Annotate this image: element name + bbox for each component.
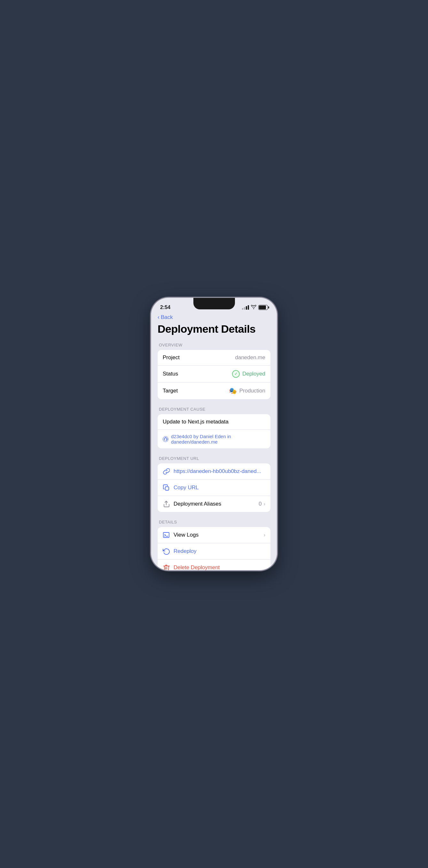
aliases-label: Deployment Aliases xyxy=(174,501,221,507)
details-card: View Logs › Redeploy xyxy=(158,527,270,570)
back-label: Back xyxy=(161,314,173,320)
phone-frame: 2:54 xyxy=(151,298,277,570)
page-title: Deployment Details xyxy=(158,323,270,335)
commit-text: d23e4dc0 by Daniel Eden in daneden/daned… xyxy=(171,434,265,444)
status-bar: 2:54 xyxy=(151,298,277,314)
status-label: Status xyxy=(163,371,178,377)
details-section: DETAILS View Logs › xyxy=(158,520,270,570)
project-label: Project xyxy=(163,354,180,361)
project-value: daneden.me xyxy=(235,354,265,361)
wifi-icon xyxy=(251,305,256,310)
cause-card: Update to Next.js metadata d23e4dc0 by D… xyxy=(158,414,270,448)
copy-url-row[interactable]: Copy URL xyxy=(158,480,270,496)
delete-row[interactable]: Delete Deployment xyxy=(158,560,270,570)
battery-icon xyxy=(258,305,268,310)
deployment-cause-section: DEPLOYMENT CAUSE Update to Next.js metad… xyxy=(158,407,270,448)
deployment-url-section: DEPLOYMENT URL https://daneden-hb00ub0bz… xyxy=(158,456,270,512)
view-logs-row[interactable]: View Logs › xyxy=(158,527,270,543)
redeploy-label: Redeploy xyxy=(174,548,265,555)
view-logs-label: View Logs xyxy=(174,532,260,538)
share-icon xyxy=(163,500,170,507)
commit-row[interactable]: d23e4dc0 by Daniel Eden in daneden/daned… xyxy=(158,430,270,448)
delete-label: Delete Deployment xyxy=(174,564,265,570)
overview-card: Project daneden.me Status ✓ Deployed xyxy=(158,350,270,399)
deployed-text: Deployed xyxy=(242,371,265,377)
aliases-chevron-icon: › xyxy=(264,501,265,507)
checkmark-icon: ✓ xyxy=(234,372,238,376)
back-chevron-icon: ‹ xyxy=(158,314,159,320)
screen: 2:54 xyxy=(151,298,277,570)
signal-icon xyxy=(242,305,249,310)
terminal-icon xyxy=(163,531,170,538)
target-text: Production xyxy=(239,388,265,394)
view-logs-chevron-icon: › xyxy=(264,532,265,538)
details-label: DETAILS xyxy=(158,520,270,524)
refresh-icon xyxy=(163,548,170,555)
github-icon xyxy=(163,436,169,442)
status-icons xyxy=(242,305,268,310)
trash-icon xyxy=(163,564,170,570)
overview-label: OVERVIEW xyxy=(158,343,270,347)
status-value: ✓ Deployed xyxy=(232,370,265,378)
target-row: Target 🎭 Production xyxy=(158,382,270,399)
svg-rect-3 xyxy=(163,532,169,537)
url-card: https://daneden-hb00ub0bz-daned... Copy … xyxy=(158,463,270,512)
redeploy-row[interactable]: Redeploy xyxy=(158,543,270,560)
aliases-row[interactable]: Deployment Aliases 0 › xyxy=(158,496,270,512)
project-row: Project daneden.me xyxy=(158,350,270,366)
aliases-right: 0 › xyxy=(258,501,265,507)
content-area: ‹ Back Deployment Details OVERVIEW Proje… xyxy=(151,314,277,570)
target-value: 🎭 Production xyxy=(229,387,265,395)
status-time: 2:54 xyxy=(160,305,171,310)
deployment-url: https://daneden-hb00ub0bz-daned... xyxy=(174,468,265,474)
status-circle-icon: ✓ xyxy=(232,370,240,378)
link-icon xyxy=(163,468,170,475)
target-label: Target xyxy=(163,388,178,394)
copy-url-label: Copy URL xyxy=(174,485,265,491)
copy-icon xyxy=(163,484,170,491)
theater-icon: 🎭 xyxy=(229,387,237,395)
svg-rect-1 xyxy=(165,487,169,490)
cause-title: Update to Next.js metadata xyxy=(158,414,270,430)
deployment-url-label: DEPLOYMENT URL xyxy=(158,456,270,461)
back-button[interactable]: ‹ Back xyxy=(158,314,270,320)
aliases-count: 0 xyxy=(258,501,262,507)
deployment-cause-label: DEPLOYMENT CAUSE xyxy=(158,407,270,412)
status-row: Status ✓ Deployed xyxy=(158,366,270,382)
overview-section: OVERVIEW Project daneden.me Status ✓ xyxy=(158,343,270,399)
url-link-row[interactable]: https://daneden-hb00ub0bz-daned... xyxy=(158,463,270,480)
